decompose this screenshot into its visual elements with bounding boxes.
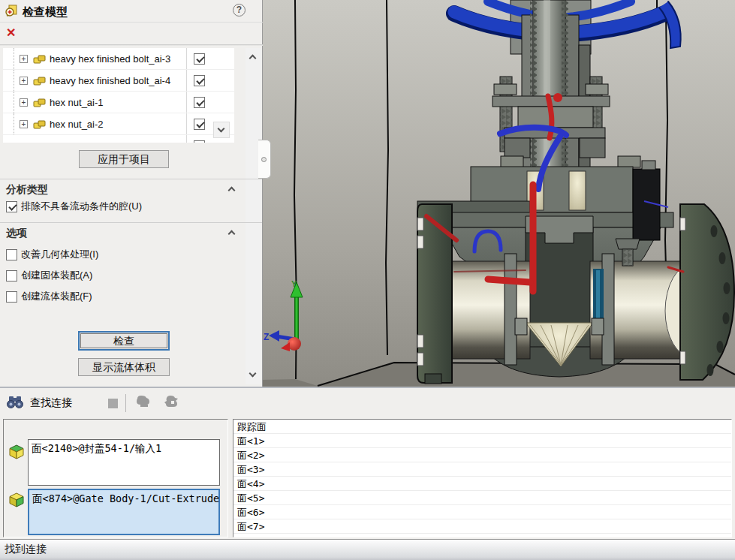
divider [186,92,187,113]
collapse-icon[interactable] [228,230,236,238]
tree-guide-line [14,48,14,69]
exclude-cavities-checkbox[interactable] [6,201,17,212]
part-icon [33,119,46,133]
apply-to-project-button[interactable]: 应用于项目 [79,150,169,168]
tree-row-partial [3,135,234,143]
create-fluid-assembly-checkbox[interactable] [6,291,17,303]
tree-guide-line [14,92,14,113]
find-connections-title: 查找连接 [30,396,72,410]
tree-row[interactable]: + heavy hex finished bolt_ai-3 [3,48,234,70]
divider [186,135,187,143]
collapse-icon[interactable] [228,187,236,194]
divider [186,48,187,69]
trace-list-header: 跟踪面 [233,420,731,434]
graphics-viewport[interactable]: Y Z [263,0,735,387]
expand-icon[interactable]: + [20,120,28,128]
tree-item-label: heavy hex finished bolt_ai-3 [50,53,170,65]
face-field-2[interactable]: 面<874>@Gate Body-1/Cut-Extrude [28,489,220,535]
tree-scroll-down-button[interactable] [213,122,230,138]
component-tree: + heavy hex finished bolt_ai-3 + heavy h… [3,48,234,143]
tree-item-checkbox[interactable] [194,97,205,108]
trace-list-item[interactable]: 面<7> [233,519,731,534]
show-fluid-volume-button[interactable]: 显示流体体积 [78,358,170,376]
exclude-cavities-row[interactable]: 排除不具备流动条件的腔(U) [6,200,142,213]
tree-item-label: heavy hex finished bolt_ai-4 [50,75,170,86]
check-model-panel: 检查模型 ? ✕ + heavy hex finished bolt_ai-3 … [0,0,263,387]
divider [186,113,187,134]
trace-list-item[interactable]: 面<4> [233,477,731,491]
divider [0,22,263,23]
tree-item-checkbox[interactable] [194,140,205,143]
divider [0,44,263,46]
find-connections-panel: 查找连接 [0,387,735,560]
tree-item-checkbox[interactable] [194,75,205,86]
pin-icon [261,157,267,162]
panel-title: 检查模型 [23,5,68,20]
create-solid-assembly-row[interactable]: 创建固体装配(A) [6,269,92,282]
divider [186,70,187,91]
expand-icon[interactable]: + [20,77,28,85]
divider [0,222,262,223]
divider [0,179,262,179]
tree-row[interactable]: + hex nut_ai-2 [3,113,234,135]
improve-geometry-row[interactable]: 改善几何体处理(I) [6,248,98,261]
part-icon [33,98,46,111]
expand-icon[interactable]: + [20,55,28,63]
status-bar: 找到连接 [0,539,735,560]
improve-geometry-checkbox[interactable] [6,249,17,260]
options-header[interactable]: 选项 [6,227,27,240]
trace-faces-list: 跟踪面 面<1> 面<2> 面<3> 面<4> 面<5> 面<6> 面<7> [233,419,732,537]
face-field-1[interactable]: 面<2140>@封盖54-1/输入1 [28,439,220,486]
copy-icon[interactable] [134,394,153,412]
tree-item-checkbox[interactable] [194,119,205,130]
face-selection-pane: 面<2140>@封盖54-1/输入1 面<874>@Gate Body-1/Cu… [3,419,228,537]
trace-list-item[interactable]: 面<5> [233,491,731,505]
triad-z-label: Z [264,332,269,342]
create-solid-assembly-checkbox[interactable] [6,270,17,282]
status-text: 找到连接 [5,543,47,556]
stop-icon[interactable] [108,399,118,408]
tree-row[interactable]: + heavy hex finished bolt_ai-4 [3,70,234,92]
part-icon [33,76,46,89]
binoculars-icon [6,395,24,412]
help-icon[interactable]: ? [233,4,246,17]
check-model-icon [5,4,18,20]
trace-list-item[interactable]: 面<1> [233,434,731,448]
find-connections-toolbar: 查找连接 [0,391,735,415]
analysis-type-header[interactable]: 分析类型 [6,183,48,197]
check-button[interactable]: 检查 [78,331,170,351]
tree-item-label: hex nut_ai-2 [50,119,104,130]
toolbar-separator [125,394,126,412]
panel-title-row: 检查模型 [5,4,68,20]
checkbox-label: 改善几何体处理(I) [21,248,98,261]
application-window: 检查模型 ? ✕ + heavy hex finished bolt_ai-3 … [0,0,735,560]
panel-scrollbar[interactable] [246,48,261,384]
face-cube-icon [8,492,25,511]
trace-list-item[interactable]: 面<6> [233,505,731,519]
face-cube-icon [8,444,25,463]
expand-icon[interactable]: + [20,98,28,107]
tree-row[interactable]: + hex nut_ai-1 [3,92,234,113]
checkbox-label: 排除不具备流动条件的腔(U) [21,200,142,213]
panel-flyout-tab[interactable] [258,140,271,179]
tree-item-label: hex nut_ai-1 [50,97,104,108]
tree-guide-line [14,113,14,134]
part-icon [33,54,46,68]
scroll-up-icon[interactable] [249,55,257,62]
flip-icon[interactable] [162,394,182,412]
trace-list-item[interactable]: 面<3> [233,462,731,477]
create-fluid-assembly-row[interactable]: 创建流体装配(F) [6,290,92,303]
close-icon[interactable]: ✕ [6,27,16,39]
valve-3d-scene: Y Z [263,0,735,387]
scroll-down-icon[interactable] [249,370,257,378]
tree-guide-line [14,70,14,91]
tree-item-checkbox[interactable] [194,53,205,65]
checkbox-label: 创建流体装配(F) [21,290,92,303]
checkbox-label: 创建固体装配(A) [21,269,92,282]
trace-list-item[interactable]: 面<2> [233,448,731,462]
